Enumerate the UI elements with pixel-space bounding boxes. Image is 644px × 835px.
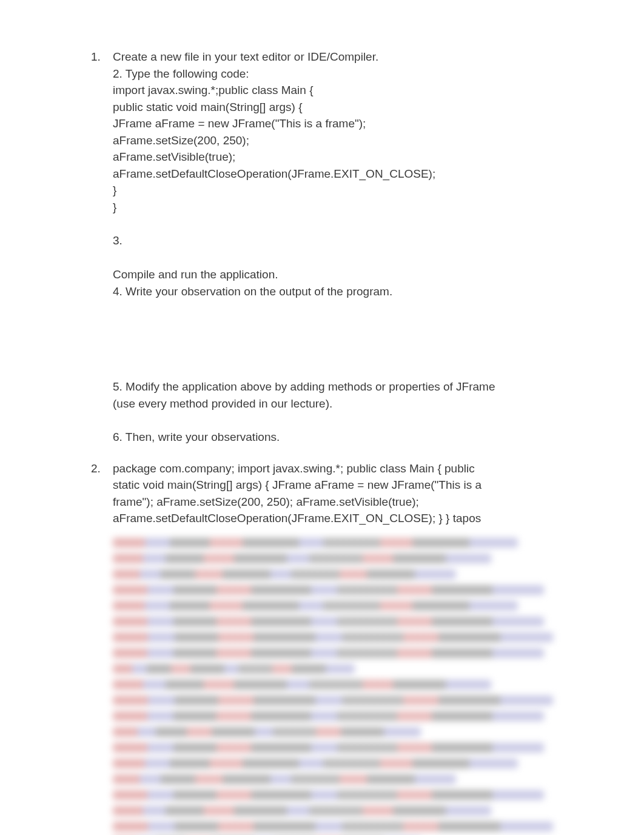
blurred-line <box>113 617 544 626</box>
list-item-2: 2. package com.company; import javax.swi… <box>91 460 553 835</box>
blurred-line <box>113 711 544 721</box>
text-line: package com.company; import javax.swing.… <box>113 460 553 477</box>
text-line: Compile and run the application. <box>113 266 553 283</box>
blurred-line <box>113 727 421 737</box>
text-line: aFrame.setSize(200, 250); <box>113 132 553 149</box>
blurred-line <box>113 648 544 658</box>
blurred-line <box>113 806 491 816</box>
text-line: } <box>113 182 553 199</box>
text-line: (use every method provided in our lectur… <box>113 395 553 412</box>
blurred-line <box>113 743 544 753</box>
text-line: import javax.swing.*;public class Main { <box>113 82 553 99</box>
blurred-line <box>113 569 456 579</box>
text-line: JFrame aFrame = new JFrame("This is a fr… <box>113 115 553 132</box>
text-line: public static void main(String[] args) { <box>113 99 553 116</box>
blurred-line <box>113 790 544 800</box>
text-line: static void main(String[] args) { JFrame… <box>113 477 553 494</box>
text-line: Create a new file in your text editor or… <box>113 49 553 65</box>
blurred-line <box>113 585 544 595</box>
blurred-line <box>113 664 355 674</box>
list-marker: 1. <box>91 49 113 446</box>
text-line: 6. Then, write your observations. <box>113 429 553 446</box>
text-line: } <box>113 199 553 216</box>
text-line: 5. Modify the application above by addin… <box>113 378 553 395</box>
blurred-line <box>113 601 518 611</box>
blurred-line <box>113 632 553 642</box>
text-line: aFrame.setDefaultCloseOperation(JFrame.E… <box>113 166 553 183</box>
blurred-line <box>113 554 491 563</box>
blurred-line <box>113 696 553 705</box>
document-page: 1. Create a new file in your text editor… <box>0 49 644 835</box>
blurred-content <box>113 531 553 835</box>
text-line: 2. Type the following code: <box>113 65 553 82</box>
list-content: package com.company; import javax.swing.… <box>113 460 553 835</box>
text-line: aFrame.setDefaultCloseOperation(JFrame.E… <box>113 510 553 527</box>
blurred-line <box>113 774 456 784</box>
blurred-line <box>113 538 518 548</box>
list-marker: 2. <box>91 460 113 835</box>
text-line: aFrame.setVisible(true); <box>113 149 553 166</box>
text-line: frame"); aFrame.setSize(200, 250); aFram… <box>113 494 553 511</box>
list-item-1: 1. Create a new file in your text editor… <box>91 49 553 446</box>
ordered-list: 1. Create a new file in your text editor… <box>91 49 553 835</box>
text-line: 3. <box>113 232 553 249</box>
blurred-line <box>113 759 518 768</box>
blurred-line <box>113 822 553 831</box>
list-content: Create a new file in your text editor or… <box>113 49 553 446</box>
text-line: 4. Write your observation on the output … <box>113 283 553 300</box>
blurred-line <box>113 680 491 689</box>
